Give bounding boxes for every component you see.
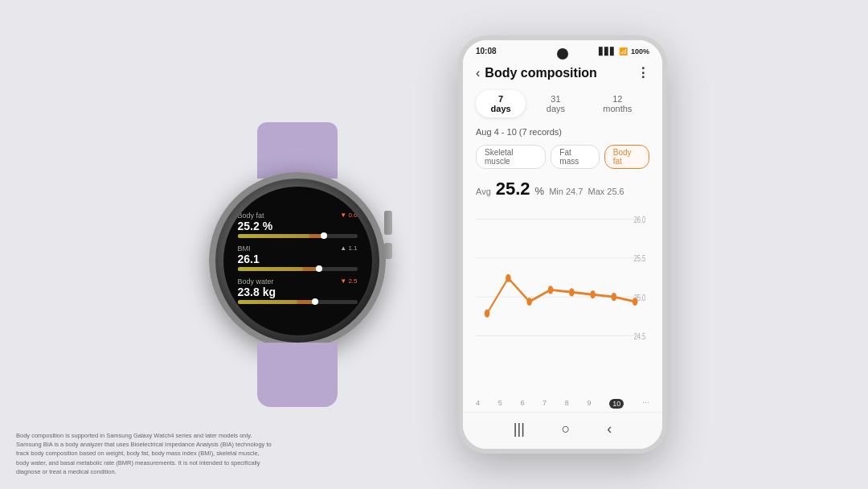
status-icons: ▋▋▋ 📶 100% [599,47,649,55]
watch-metric: Body fat ▼ 0.6 25.2 % [238,212,358,238]
svg-point-11 [548,286,554,294]
date-range: Aug 4 - 10 (7 records) [463,124,662,143]
filter-chips: Skeletal muscle Fat mass Body fat [463,143,662,175]
x-axis-labels: 4 5 6 7 8 9 10 ⋯ [463,396,662,412]
watch-metric: BMI ▲ 1.1 26.1 [238,244,358,271]
battery-label: 100% [631,47,649,55]
chart-svg: 26.0 25.5 25.0 24.5 [476,208,649,396]
avg-label: Avg [476,187,491,196]
svg-point-12 [569,288,575,296]
x-label-6: 6 [520,399,524,409]
app-header: ‹ Body composition ⋮ [463,59,662,87]
tab-7days[interactable]: 7 days [476,90,526,117]
signal-icon: ▋▋▋ [599,47,616,55]
x-label-10: 10 [609,399,624,409]
svg-point-15 [633,298,638,306]
svg-point-14 [612,293,617,301]
watch-crown-bottom [384,243,392,259]
header-left: ‹ Body composition [476,66,597,80]
wifi-icon: 📶 [619,47,628,55]
page-title: Body composition [485,66,597,80]
avg-value: 25.2 [496,179,530,199]
chip-fat-mass[interactable]: Fat mass [551,145,599,169]
nav-recents[interactable]: ||| [514,421,525,438]
min-value: 24.7 [566,187,583,196]
svg-point-10 [526,298,532,306]
avg-unit: % [535,185,545,197]
more-button[interactable]: ⋮ [637,65,649,80]
svg-text:26.0: 26.0 [634,214,646,224]
phone-container: 10:08 ▋▋▋ 📶 100% ‹ Body composition ⋮ [458,35,667,454]
phone-screen: 10:08 ▋▋▋ 📶 100% ‹ Body composition ⋮ [463,40,662,449]
watch-metric: Body water ▼ 2.5 23.8 kg [238,277,358,304]
chip-body-fat[interactable]: Body fat [604,145,649,169]
x-label-9: 9 [588,399,592,409]
tab-31days[interactable]: 31 days [529,90,582,117]
phone-notch [557,48,568,60]
phone-nav: ||| ○ ‹ [463,412,662,449]
disclaimer: Body composition is supported in Samsung… [16,431,273,476]
x-label-7: 7 [542,399,547,409]
svg-point-9 [506,274,511,282]
nav-back[interactable]: ‹ [607,421,612,438]
back-button[interactable]: ‹ [476,66,480,80]
svg-text:25.5: 25.5 [634,253,646,264]
tab-12months[interactable]: 12 months [586,90,649,117]
watch-band-bottom [257,343,338,407]
watch-container: Body fat ▼ 0.6 25.2 % BMI ▲ 1.1 26.1 [201,116,394,373]
watch-crown [384,211,392,235]
x-label-extra: ⋯ [642,399,649,409]
x-label-5: 5 [498,399,502,409]
max-value: 25.6 [607,187,624,196]
watch-screen: Body fat ▼ 0.6 25.2 % BMI ▲ 1.1 26.1 [223,187,372,335]
phone-body: 10:08 ▋▋▋ 📶 100% ‹ Body composition ⋮ [458,35,667,454]
svg-point-8 [485,310,490,318]
x-label-4: 4 [476,399,480,409]
nav-home[interactable]: ○ [562,421,571,438]
watch-band-top [257,122,338,179]
svg-point-13 [590,290,596,298]
status-time: 10:08 [476,47,497,55]
chip-skeletal[interactable]: Skeletal muscle [476,145,546,169]
stats-row: Avg 25.2 % Min 24.7 Max 25.6 [463,175,662,208]
min-max-values: Min 24.7 Max 25.6 [549,187,624,196]
scene: Body fat ▼ 0.6 25.2 % BMI ▲ 1.1 26.1 [0,0,868,489]
chart-area: 26.0 25.5 25.0 24.5 [463,208,662,396]
watch-body: Body fat ▼ 0.6 25.2 % BMI ▲ 1.1 26.1 [209,172,386,349]
tabs-row: 7 days 31 days 12 months [463,87,662,124]
svg-text:24.5: 24.5 [634,331,646,341]
x-label-8: 8 [565,399,569,409]
